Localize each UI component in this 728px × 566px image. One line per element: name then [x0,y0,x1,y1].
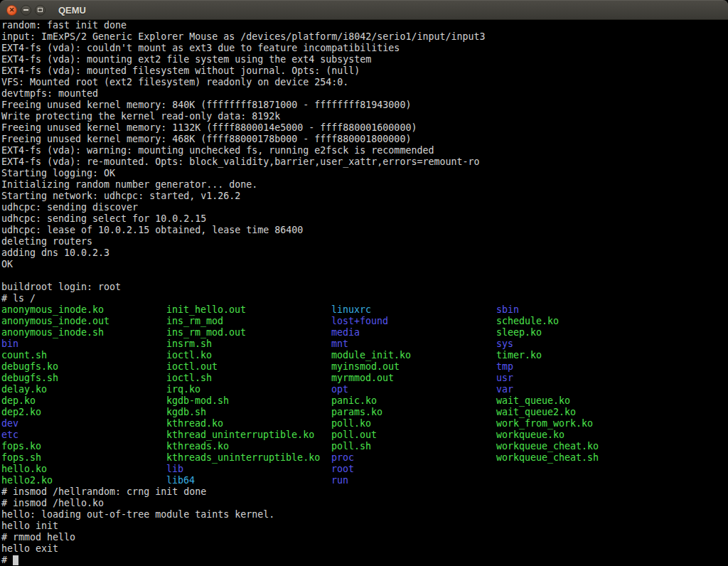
ls-entry-file: insrm.sh [166,338,331,350]
ls-entry-dir: dev [1,418,166,429]
close-button[interactable]: ✕ [6,5,17,16]
ls-entry-file: panic.ko [331,395,496,407]
ls-entry-file: delay.ko [1,384,166,395]
ls-entry-file: wait_queue.ko [496,395,661,407]
console-line: random: fast init done [1,20,728,31]
ls-entry-file: kgdb.sh [166,407,331,418]
ls-row: etckthread_uninterruptible.kopoll.outwor… [1,429,728,441]
minimize-icon [23,9,28,11]
ls-row: bininsrm.shmntsys [1,338,728,350]
ls-entry-dir: var [496,384,661,395]
console-line: udhcpc: sending select for 10.0.2.15 [1,213,728,225]
cursor [13,555,18,565]
console-line: # ls / [1,293,728,304]
ls-row: delay.koirq.kooptvar [1,384,728,395]
ls-entry-file: wait_queue2.ko [496,407,661,418]
ls-entry-dir: sys [496,338,661,350]
ls-entry-file: module_init.ko [331,350,496,361]
ls-entry-file: dep2.ko [1,407,166,418]
console-line: hello: loading out-of-tree module taints… [1,509,728,520]
ls-entry-file: ioctl.sh [166,373,331,384]
console-line: udhcpc: lease of 10.0.2.15 obtained, lea… [1,225,728,236]
minimize-button[interactable] [21,5,31,16]
console-line: EXT4-fs (vda): warning: mounting uncheck… [1,145,728,156]
ls-entry-symlink: linuxrc [331,304,496,316]
terminal-console[interactable]: random: fast init doneinput: ImExPS/2 Ge… [0,20,728,566]
maximize-icon [38,8,43,12]
console-line: EXT4-fs (vda): re-mounted. Opts: block_v… [1,156,728,168]
ls-entry-file: kthread.ko [166,418,331,429]
console-line: udhcpc: sending discover [1,202,728,213]
console-line: Freeing unused kernel memory: 468K (ffff… [1,134,728,145]
console-line: VFS: Mounted root (ext2 filesystem) read… [1,77,728,88]
ls-entry-file: dep.ko [1,395,166,407]
ls-entry-file: fops.sh [1,452,166,464]
ls-entry-dir: mnt [331,338,496,350]
ls-row: debugfs.shioctl.shmyrmmod.outusr [1,373,728,384]
console-line: hello init [1,520,728,532]
ls-entry-symlink: lib64 [166,475,331,486]
ls-entry-file: workqueue_cheat.sh [496,452,661,464]
ls-entry-file: anonymous_inode.sh [1,327,166,338]
ls-entry-file: myinsmod.out [331,361,496,373]
ls-entry-file: ins_rm_mod.out [166,327,331,338]
console-line: devtmpfs: mounted [1,88,728,100]
ls-entry-file: params.ko [331,407,496,418]
console-line: Starting logging: OK [1,168,728,179]
ls-entry-file: workqueue.ko [496,429,661,441]
ls-entry-file: anonymous_inode.out [1,316,166,327]
ls-entry-file: init_hello.out [166,304,331,316]
prompt-line: # [1,555,728,566]
ls-entry-dir: opt [331,384,496,395]
ls-entry-file: kgdb-mod.sh [166,395,331,407]
close-icon: ✕ [9,7,15,14]
console-line: adding dns 10.0.2.3 [1,247,728,259]
ls-row: fops.kokthreads.kopoll.shworkqueue_cheat… [1,441,728,452]
console-line [1,270,728,282]
ls-entry-file: debugfs.sh [1,373,166,384]
ls-entry-dir: sbin [496,304,661,316]
ls-row: devkthread.kopoll.kowork_from_work.ko [1,418,728,429]
console-line: Starting network: udhcpc: started, v1.26… [1,191,728,202]
ls-row: hello.kolibroot [1,464,728,475]
ls-entry-dir: lost+found [331,316,496,327]
ls-entry-file: ins_rm_mod [166,316,331,327]
ls-entry-file: workqueue_cheat.ko [496,441,661,452]
console-line: EXT4-fs (vda): mounted filesystem withou… [1,65,728,77]
ls-entry-file: poll.sh [331,441,496,452]
ls-entry-file: count.sh [1,350,166,361]
ls-entry-file: kthreads_uninterruptible.ko [166,452,331,464]
ls-entry-file: timer.ko [496,350,661,361]
console-line: Write protecting the kernel read-only da… [1,111,728,122]
ls-row: dep2.kokgdb.shparams.kowait_queue2.ko [1,407,728,418]
qemu-window: ✕ QEMU random: fast init doneinput: ImEx… [0,0,728,566]
ls-entry-dir: root [331,464,496,475]
console-line: hello exit [1,543,728,555]
console-line: EXT4-fs (vda): couldn't mount as ext3 du… [1,43,728,54]
ls-entry-file: sleep.ko [496,327,661,338]
ls-entry-dir: media [331,327,496,338]
ls-row: hello2.kolib64run [1,475,728,486]
ls-entry-file: myrmmod.out [331,373,496,384]
ls-entry-file: ioctl.ko [166,350,331,361]
titlebar[interactable]: ✕ QEMU [0,0,728,20]
ls-entry-file: kthreads.ko [166,441,331,452]
ls-entry-file: debugfs.ko [1,361,166,373]
maximize-button[interactable] [35,5,46,16]
console-line: Freeing unused kernel memory: 840K (ffff… [1,100,728,111]
ls-entry-dir: usr [496,373,661,384]
window-title: QEMU [58,5,86,16]
ls-row: debugfs.koioctl.outmyinsmod.outtmp [1,361,728,373]
console-line: # rmmod hello [1,532,728,543]
console-line: input: ImExPS/2 Generic Explorer Mouse a… [1,31,728,43]
console-line: EXT4-fs (vda): mounting ext2 file system… [1,54,728,65]
ls-row: anonymous_inode.outins_rm_modlost+founds… [1,316,728,327]
ls-entry-dir: tmp [496,361,661,373]
ls-entry-file: irq.ko [166,384,331,395]
console-line: Freeing unused kernel memory: 1132K (fff… [1,122,728,134]
ls-entry-file: fops.ko [1,441,166,452]
ls-row: anonymous_inode.shins_rm_mod.outmediasle… [1,327,728,338]
ls-entry-file: ioctl.out [166,361,331,373]
ls-entry-file: poll.ko [331,418,496,429]
ls-entry-dir: etc [1,429,166,441]
